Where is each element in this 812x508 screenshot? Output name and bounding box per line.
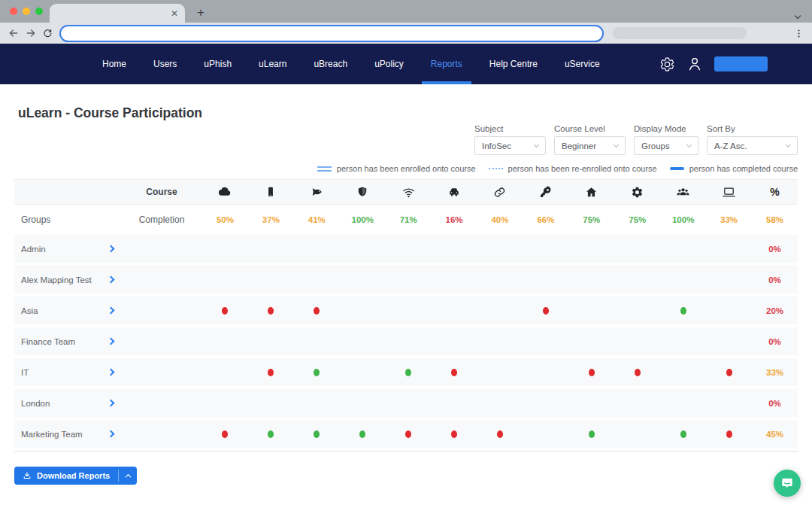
chevron-down-icon bbox=[534, 141, 539, 147]
home-icon bbox=[585, 186, 598, 199]
group-name: Marketing Team bbox=[21, 430, 83, 439]
group-row-it: IT33% bbox=[14, 358, 798, 386]
nav-item-ulearn[interactable]: uLearn bbox=[256, 44, 289, 84]
participation-dot-red bbox=[268, 369, 274, 376]
minimize-window-button[interactable] bbox=[23, 8, 30, 15]
participation-dot-green bbox=[589, 430, 595, 438]
participation-cell bbox=[432, 369, 477, 376]
expand-chevron-icon[interactable] bbox=[108, 369, 115, 376]
filter-label: Subject bbox=[474, 124, 546, 133]
nav-item-help-centre[interactable]: Help Centre bbox=[486, 44, 541, 84]
nav-cta-button[interactable] bbox=[714, 56, 768, 71]
course-level-select[interactable]: Beginner bbox=[554, 136, 626, 155]
participation-dot-red bbox=[726, 369, 732, 376]
address-secondary-pill bbox=[613, 27, 747, 39]
participation-dot-red bbox=[589, 369, 595, 376]
forward-icon[interactable] bbox=[25, 27, 37, 39]
participation-dot-red bbox=[451, 369, 457, 376]
column-header-smartphone bbox=[248, 186, 294, 198]
chevron-down-icon[interactable] bbox=[795, 8, 801, 14]
participation-cell bbox=[568, 369, 614, 376]
participation-dot-green bbox=[268, 430, 274, 438]
participation-dot-red bbox=[222, 307, 228, 315]
settings-gear-icon[interactable] bbox=[659, 56, 675, 72]
completion-value: 75% bbox=[583, 215, 600, 224]
window-controls[interactable] bbox=[10, 8, 43, 15]
participation-cell bbox=[706, 369, 752, 376]
download-options-toggle[interactable] bbox=[119, 467, 137, 485]
expand-chevron-icon[interactable] bbox=[108, 338, 115, 345]
group-name: Admin bbox=[21, 245, 46, 254]
legend-item-enrolled: person has been enrolled onto course bbox=[317, 164, 476, 173]
column-header-cloud bbox=[202, 185, 248, 199]
display-mode-select[interactable]: Groups bbox=[634, 136, 698, 155]
participation-cell bbox=[202, 430, 248, 438]
browser-tab[interactable]: ✕ bbox=[50, 4, 185, 23]
nav-item-uphish[interactable]: uPhish bbox=[201, 44, 235, 84]
legend-text: person has been enrolled onto course bbox=[337, 164, 476, 173]
row-total: 0% bbox=[768, 245, 781, 254]
completion-value: 66% bbox=[537, 215, 554, 224]
tab-close-icon[interactable]: ✕ bbox=[171, 9, 178, 18]
expand-chevron-icon[interactable] bbox=[108, 245, 115, 253]
group-row-alex-mapping-test: Alex Mapping Test0% bbox=[14, 266, 798, 294]
browser-chrome: ✕ + bbox=[0, 0, 812, 44]
column-header-shield bbox=[340, 186, 386, 198]
table-header-row: Course % bbox=[14, 179, 798, 205]
new-tab-button[interactable]: + bbox=[197, 5, 205, 23]
column-header-laptop bbox=[706, 185, 752, 199]
nav-items: HomeUsersuPhishuLearnuBreachuPolicyRepor… bbox=[99, 44, 624, 84]
expand-chevron-icon[interactable] bbox=[108, 307, 115, 315]
nav-item-uservice[interactable]: uService bbox=[562, 44, 603, 84]
filter-display-mode: Display ModeGroups bbox=[634, 124, 698, 155]
group-name: Alex Mapping Test bbox=[21, 275, 92, 284]
filter-sort-by: Sort ByA-Z Asc. bbox=[707, 124, 798, 155]
completion-value: 100% bbox=[352, 215, 374, 224]
nav-item-home[interactable]: Home bbox=[99, 44, 129, 84]
participation-dot-green bbox=[314, 369, 320, 376]
expand-chevron-icon[interactable] bbox=[108, 400, 115, 407]
download-reports-button[interactable]: Download Reports bbox=[14, 467, 137, 485]
column-header-home bbox=[568, 186, 614, 199]
completion-value: 40% bbox=[491, 215, 508, 224]
maximize-window-button[interactable] bbox=[35, 8, 43, 15]
completion-value: 16% bbox=[446, 215, 463, 224]
chevron-down-icon bbox=[614, 141, 619, 147]
nav-item-reports[interactable]: Reports bbox=[428, 44, 465, 84]
user-profile-icon[interactable] bbox=[686, 56, 703, 72]
reload-icon[interactable] bbox=[42, 28, 53, 39]
filter-row: SubjectInfoSecCourse LevelBeginnerDispla… bbox=[474, 124, 798, 155]
download-reports-label: Download Reports bbox=[37, 471, 110, 480]
nav-item-upolicy[interactable]: uPolicy bbox=[371, 44, 407, 84]
gear-icon bbox=[631, 186, 644, 199]
completion-value: 41% bbox=[308, 215, 326, 224]
chevron-down-icon bbox=[686, 141, 692, 147]
nav-item-users[interactable]: Users bbox=[150, 44, 180, 84]
completion-label: Completion bbox=[121, 214, 202, 225]
column-header-gear bbox=[614, 186, 660, 199]
selected-value: InfoSec bbox=[482, 141, 511, 151]
column-header-percent: % bbox=[752, 186, 798, 198]
url-input[interactable] bbox=[59, 25, 604, 42]
expand-chevron-icon[interactable] bbox=[108, 276, 115, 284]
close-window-button[interactable] bbox=[10, 8, 17, 15]
chat-widget-button[interactable] bbox=[774, 470, 801, 497]
subject-select[interactable]: InfoSec bbox=[474, 136, 546, 155]
participation-cell bbox=[523, 307, 568, 315]
overall-completion-value: 58% bbox=[766, 215, 783, 224]
sort-by-select[interactable]: A-Z Asc. bbox=[707, 136, 798, 155]
participation-cell bbox=[340, 430, 386, 438]
participation-cell bbox=[432, 430, 477, 438]
participation-table: Course % Groups Completion 50%37%41%100%… bbox=[14, 179, 798, 452]
expand-chevron-icon[interactable] bbox=[108, 430, 115, 438]
participation-cell bbox=[386, 369, 432, 376]
reenrolled-line-icon bbox=[489, 168, 503, 169]
participation-cell bbox=[568, 430, 614, 438]
chat-icon bbox=[780, 476, 795, 491]
participation-cell bbox=[477, 430, 523, 438]
back-icon[interactable] bbox=[8, 27, 20, 39]
participation-dot-red bbox=[543, 307, 549, 315]
participation-dot-green bbox=[680, 430, 686, 438]
browser-menu-icon[interactable] bbox=[793, 28, 804, 39]
nav-item-ubreach[interactable]: uBreach bbox=[311, 44, 350, 84]
